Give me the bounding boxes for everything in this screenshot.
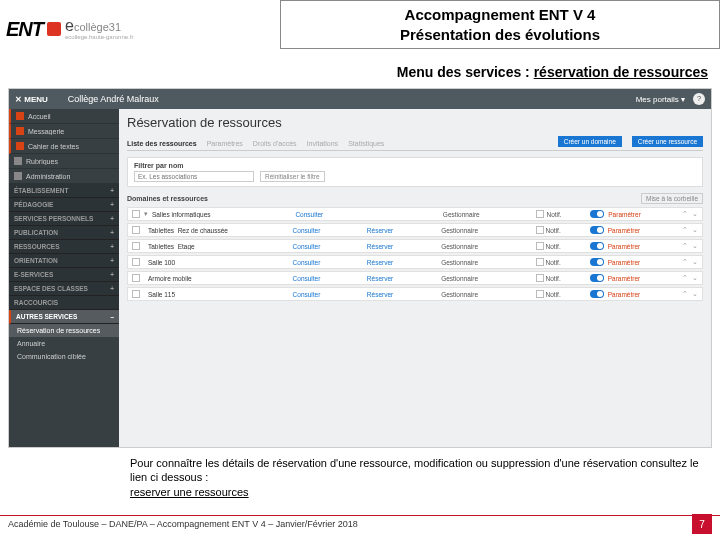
create-domain-button[interactable]: Créer un domaine — [558, 136, 622, 147]
main-panel: Réservation de ressources Liste des ress… — [119, 109, 711, 447]
sidebar-section[interactable]: AUTRES SERVICES– — [9, 310, 119, 324]
create-resource-button[interactable]: Créer une ressource — [632, 136, 703, 147]
chevron-up-icon[interactable]: ⌃ — [682, 242, 688, 250]
filter-label: Filtrer par nom — [134, 162, 696, 169]
sidebar-item[interactable]: Accueil — [9, 109, 119, 124]
logo-area: ENT ecollège31 ecollege.haute-garonne.fr — [0, 0, 280, 58]
topbar: ✕ MENU Collège André Malraux Mes portail… — [9, 89, 711, 109]
sidebar-sub-item[interactable]: Réservation de ressources — [9, 324, 119, 337]
checkbox[interactable] — [132, 274, 140, 282]
toggle[interactable] — [590, 274, 604, 282]
sidebar-section[interactable]: ESPACE DES CLASSES+ — [9, 282, 119, 296]
reserve-link[interactable]: reserver une ressources — [130, 486, 249, 498]
app-screenshot: ✕ MENU Collège André Malraux Mes portail… — [8, 88, 712, 448]
tab-stats[interactable]: Statistiques — [348, 140, 384, 147]
domain-header: Domaines et ressources — [127, 195, 208, 202]
sidebar-section[interactable]: ÉTABLISSEMENT+ — [9, 184, 119, 198]
chevron-down-icon[interactable]: ⌄ — [692, 210, 698, 218]
sidebar-section[interactable]: RACCOURCIS — [9, 296, 119, 310]
logo-mip-dot — [47, 22, 61, 36]
tab-rights[interactable]: Droits d'accès — [253, 140, 297, 147]
sidebar-sub-item[interactable]: Communication ciblée — [9, 350, 119, 363]
portals-dropdown[interactable]: Mes portails ▾ — [636, 95, 685, 104]
toggle[interactable] — [590, 226, 604, 234]
school-name: Collège André Malraux — [68, 94, 159, 104]
sidebar-section[interactable]: SERVICES PERSONNELS+ — [9, 212, 119, 226]
chevron-down-icon[interactable]: ⌄ — [692, 242, 698, 250]
toggle[interactable] — [590, 210, 604, 218]
resource-row: Tablettes_EtageConsulterRéserverGestionn… — [127, 239, 703, 253]
footer-text: Académie de Toulouse – DANE/PA – Accompa… — [8, 519, 358, 529]
checkbox[interactable] — [132, 258, 140, 266]
checkbox[interactable] — [132, 290, 140, 298]
toggle[interactable] — [590, 258, 604, 266]
slide-title: Accompagnement ENT V 4 Présentation des … — [280, 0, 720, 49]
sidebar-section[interactable]: ORIENTATION+ — [9, 254, 119, 268]
filter-box: Filtrer par nom Réinitialiser le filtre — [127, 157, 703, 187]
caption: Pour connaître les détails de réservatio… — [130, 456, 704, 499]
chevron-up-icon[interactable]: ⌃ — [682, 226, 688, 234]
checkbox[interactable] — [132, 226, 140, 234]
sidebar: AccueilMessagerieCahier de textesRubriqu… — [9, 109, 119, 447]
resource-row: ▾Salles informatiquesConsulterGestionnai… — [127, 207, 703, 221]
tab-params[interactable]: Paramètres — [207, 140, 243, 147]
sidebar-section[interactable]: PÉDAGOGIE+ — [9, 198, 119, 212]
expand-icon[interactable]: ▾ — [144, 210, 148, 218]
help-icon[interactable]: ? — [693, 93, 705, 105]
logo-e-college: ecollège31 ecollege.haute-garonne.fr — [65, 18, 133, 40]
logo-ent: ENT — [6, 18, 43, 41]
toggle[interactable] — [590, 242, 604, 250]
tab-invites[interactable]: Invitations — [307, 140, 339, 147]
tab-list[interactable]: Liste des ressources — [127, 140, 197, 147]
resource-row: Armoire mobileConsulterRéserverGestionna… — [127, 271, 703, 285]
slide-subtitle: Menu des services : réservation de resso… — [0, 58, 720, 84]
chevron-up-icon[interactable]: ⌃ — [682, 258, 688, 266]
sidebar-section[interactable]: E-SERVICES+ — [9, 268, 119, 282]
chevron-down-icon[interactable]: ⌄ — [692, 258, 698, 266]
checkbox[interactable] — [132, 210, 140, 218]
resource-row: Tablettes_Rez de chausséeConsulterRéserv… — [127, 223, 703, 237]
checkbox[interactable] — [132, 242, 140, 250]
menu-button[interactable]: ✕ MENU — [15, 95, 48, 104]
resource-row: Salle 115ConsulterRéserverGestionnaireNo… — [127, 287, 703, 301]
page-number: 7 — [692, 514, 712, 534]
resource-row: Salle 100ConsulterRéserverGestionnaireNo… — [127, 255, 703, 269]
chevron-up-icon[interactable]: ⌃ — [682, 274, 688, 282]
sidebar-section[interactable]: PUBLICATION+ — [9, 226, 119, 240]
sidebar-item[interactable]: Administration — [9, 169, 119, 184]
filter-reset-button[interactable]: Réinitialiser le filtre — [260, 171, 325, 182]
sidebar-section[interactable]: RESSOURCES+ — [9, 240, 119, 254]
chevron-down-icon[interactable]: ⌄ — [692, 274, 698, 282]
sidebar-item[interactable]: Rubriques — [9, 154, 119, 169]
toggle[interactable] — [590, 290, 604, 298]
sidebar-item[interactable]: Cahier de textes — [9, 139, 119, 154]
chevron-up-icon[interactable]: ⌃ — [682, 290, 688, 298]
sidebar-item[interactable]: Messagerie — [9, 124, 119, 139]
chevron-up-icon[interactable]: ⌃ — [682, 210, 688, 218]
chevron-down-icon[interactable]: ⌄ — [692, 226, 698, 234]
sidebar-sub-item[interactable]: Annuaire — [9, 337, 119, 350]
page-heading: Réservation de ressources — [127, 115, 703, 130]
trash-button[interactable]: Mise à la corbeille — [641, 193, 703, 204]
chevron-down-icon[interactable]: ⌄ — [692, 290, 698, 298]
filter-input[interactable] — [134, 171, 254, 182]
tabs: Liste des ressources Paramètres Droits d… — [127, 136, 703, 151]
